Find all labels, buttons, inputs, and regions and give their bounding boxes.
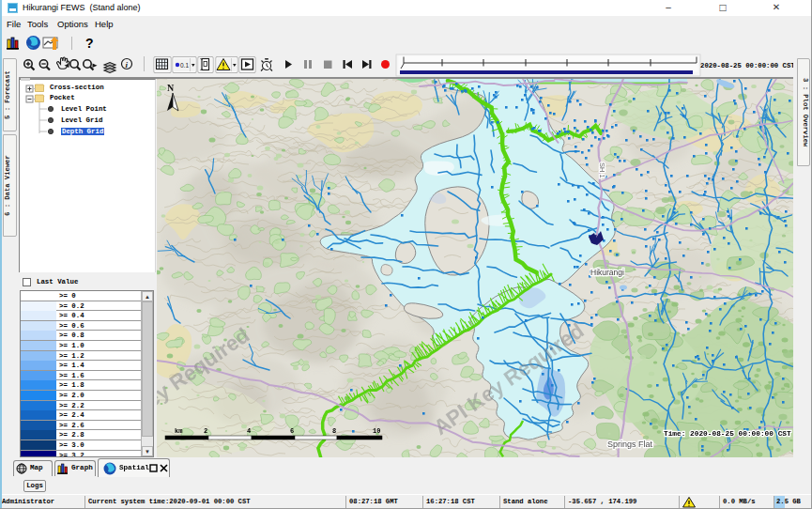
svg-text:Springs Flat: Springs Flat	[607, 440, 653, 449]
svg-text:4: 4	[247, 427, 251, 435]
svg-text:i: i	[125, 60, 128, 69]
svg-text:Time: 2020-08-25 00:00:00 CST: Time: 2020-08-25 00:00:00 CST	[664, 430, 791, 438]
svg-text:6: 6	[290, 427, 294, 435]
svg-text:Hikurangi: Hikurangi	[590, 268, 624, 277]
svg-text:2: 2	[204, 427, 207, 435]
svg-text:8: 8	[332, 427, 336, 435]
svg-text:?: ?	[85, 36, 94, 51]
svg-text:2020-08-25 00:00:00 CST: 2020-08-25 00:00:00 CST	[700, 62, 793, 69]
svg-text:N: N	[167, 83, 175, 93]
svg-text:0.1: 0.1	[180, 62, 189, 69]
svg-text:10: 10	[373, 427, 380, 435]
svg-text:km: km	[175, 427, 182, 435]
svg-text:SH 1: SH 1	[598, 162, 606, 178]
